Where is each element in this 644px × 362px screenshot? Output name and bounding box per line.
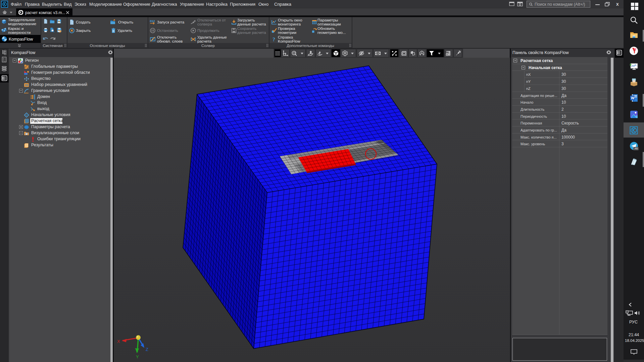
svg-text:?: ?	[273, 37, 275, 42]
svg-text:012: 012	[150, 19, 155, 23]
svg-text:X: X	[117, 339, 120, 344]
svg-text:Z: Z	[146, 347, 148, 352]
svg-text:Y: Y	[136, 354, 139, 359]
svg-text:W: W	[631, 96, 635, 100]
svg-text:0: 0	[26, 114, 28, 117]
